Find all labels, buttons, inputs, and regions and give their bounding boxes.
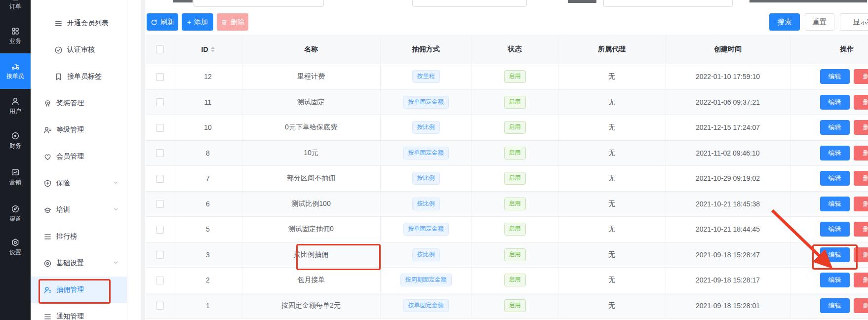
cell-agent: 无 — [558, 140, 666, 166]
row-checkbox[interactable] — [156, 73, 164, 81]
row-delete-button[interactable]: 删除 — [854, 298, 868, 313]
row-delete-button[interactable]: 删除 — [854, 171, 868, 186]
column-header-method: 抽佣方式 — [380, 35, 472, 64]
primary-nav-item-settings[interactable]: 设置 — [0, 238, 31, 257]
table-row-annotated: 3 按比例抽佣 按比例 启用 无 2021-09-18 15:28:47 编辑删… — [146, 242, 868, 268]
row-checkbox[interactable] — [156, 98, 164, 106]
sidebar-item-label: 排行榜 — [56, 232, 77, 241]
edit-button[interactable]: 编辑 — [820, 146, 850, 160]
select-all-checkbox[interactable] — [156, 45, 164, 53]
row-delete-button[interactable]: 删除 — [854, 95, 868, 110]
sidebar-scrollbar[interactable] — [141, 0, 145, 320]
sidebar-item-ranking[interactable]: 排行榜 — [31, 223, 127, 250]
cut-off-label-fragment — [750, 0, 867, 2]
edit-button[interactable]: 编辑 — [820, 171, 850, 186]
edit-button[interactable]: 编辑 — [820, 197, 850, 211]
search-button[interactable]: 搜索 — [769, 13, 800, 31]
primary-nav-item-finance[interactable]: 财务 — [0, 131, 31, 150]
commission-table: ID 名称 抽佣方式 状态 所属代理 创建时间 操作 12 里程计费 — [146, 35, 868, 319]
display-fields-button[interactable]: 显示字 — [840, 13, 868, 31]
edit-button[interactable]: 编辑 — [820, 120, 850, 135]
filter-input[interactable] — [603, 0, 733, 7]
sidebar-item-insurance[interactable]: 保险 — [31, 170, 127, 197]
row-checkbox[interactable] — [156, 149, 164, 157]
row-delete-button[interactable]: 删除 — [854, 273, 868, 287]
edit-button-highlighted[interactable]: 编辑 — [820, 247, 850, 262]
chevron-down-icon — [113, 206, 119, 214]
primary-nav-item-channels[interactable]: 渠道 — [0, 204, 31, 223]
sidebar-item-levels[interactable]: 等级管理 — [31, 117, 127, 143]
row-checkbox[interactable] — [156, 251, 164, 259]
sidebar-item-notifications[interactable]: 通知管理 — [31, 303, 127, 320]
row-delete-button[interactable]: 删除 — [854, 197, 868, 211]
method-tag: 按单固定金额 — [403, 299, 449, 312]
cell-id: 1 — [174, 293, 242, 319]
row-delete-button[interactable]: 删除 — [854, 120, 868, 135]
sidebar-item-label: 保险 — [56, 179, 70, 188]
sidebar-item-label: 培训 — [56, 205, 70, 214]
sidebar-item-reward-punish[interactable]: 奖惩管理 — [31, 90, 127, 117]
primary-nav-item-marketing[interactable]: 营销 — [0, 168, 31, 187]
row-checkbox[interactable] — [156, 302, 164, 310]
edit-button[interactable]: 编辑 — [820, 273, 850, 287]
add-button[interactable]: + 添加 — [182, 13, 213, 31]
trash-icon — [221, 19, 228, 26]
sidebar-item-courier-tags[interactable]: 接单员标签 — [31, 63, 127, 90]
row-delete-button[interactable]: 删除 — [854, 247, 868, 262]
column-header-agent: 所属代理 — [558, 35, 666, 64]
sidebar-item-label: 基础设置 — [56, 259, 84, 268]
cell-created: 2022-01-06 09:37:21 — [666, 89, 790, 115]
edit-button[interactable]: 编辑 — [820, 298, 850, 313]
reset-label: 重置 — [813, 18, 827, 27]
row-delete-button[interactable]: 删除 — [854, 146, 868, 160]
chevron-down-icon — [113, 259, 119, 267]
filter-input[interactable] — [194, 0, 324, 7]
row-checkbox[interactable] — [156, 200, 164, 208]
sidebar-item-member-list[interactable]: 开通会员列表 — [31, 10, 127, 37]
row-delete-button[interactable]: 删除 — [854, 69, 868, 84]
sidebar-item-base-settings[interactable]: 基础设置 — [31, 250, 127, 277]
add-label: 添加 — [194, 18, 208, 27]
refresh-label: 刷新 — [160, 18, 174, 27]
primary-nav-label: 业务 — [9, 37, 21, 45]
sidebar-item-commission[interactable]: 抽佣管理 — [31, 277, 127, 303]
sidebar-item-members[interactable]: 会员管理 — [31, 143, 127, 170]
refresh-button[interactable]: 刷新 — [147, 13, 178, 31]
table-header-row: ID 名称 抽佣方式 状态 所属代理 创建时间 操作 — [146, 35, 868, 64]
search-label: 搜索 — [778, 18, 791, 27]
delete-button[interactable]: 删除 — [217, 13, 248, 31]
row-checkbox[interactable] — [156, 124, 164, 132]
edit-button[interactable]: 编辑 — [820, 222, 850, 237]
reset-button[interactable]: 重置 — [805, 13, 834, 31]
primary-nav-item-business[interactable]: 业务 — [0, 27, 31, 45]
cell-name: 测试比例100 — [242, 191, 380, 217]
sidebar-item-training[interactable]: 培训 — [31, 197, 127, 223]
channel-icon — [11, 204, 20, 213]
sidebar-item-auth-review[interactable]: 认证审核 — [31, 37, 127, 63]
cell-name: 10元 — [242, 140, 380, 166]
row-delete-button[interactable]: 删除 — [854, 222, 868, 237]
column-header-actions: 操作 — [790, 35, 868, 64]
commission-icon — [43, 286, 52, 294]
row-checkbox[interactable] — [156, 175, 164, 183]
filter-input[interactable] — [412, 0, 527, 7]
primary-nav-item-couriers[interactable]: 接单员 — [0, 53, 31, 89]
cell-id: 7 — [174, 166, 242, 192]
row-checkbox[interactable] — [156, 277, 164, 284]
primary-nav-item-users[interactable]: 用户 — [0, 97, 31, 116]
cell-created: 2021-11-02 09:46:10 — [666, 140, 790, 166]
status-badge: 启用 — [504, 70, 526, 83]
edit-button[interactable]: 编辑 — [820, 95, 850, 110]
table-row: 12 里程计费 按里程 启用 无 2022-01-10 17:59:10 编辑删… — [146, 64, 868, 90]
bookmark-icon — [54, 73, 63, 81]
primary-nav-item-orders[interactable]: 订单 — [0, 0, 31, 11]
sort-toggle[interactable] — [211, 46, 215, 52]
row-checkbox[interactable] — [156, 226, 164, 234]
table-row: 1 按固定金额每单2元 按单固定金额 启用 无 2021-09-18 15:28… — [146, 293, 868, 319]
plus-icon: + — [187, 18, 191, 26]
rank-icon — [43, 233, 52, 241]
edit-button[interactable]: 编辑 — [820, 69, 850, 84]
app-window: 订单 业务 接单员 用户 财务 营销 渠道 设置 — [0, 0, 868, 320]
table-row: 10 0元下单给保底费 按比例 启用 无 2021-12-15 17:24:07… — [146, 115, 868, 141]
delete-label: 删除 — [231, 18, 244, 27]
